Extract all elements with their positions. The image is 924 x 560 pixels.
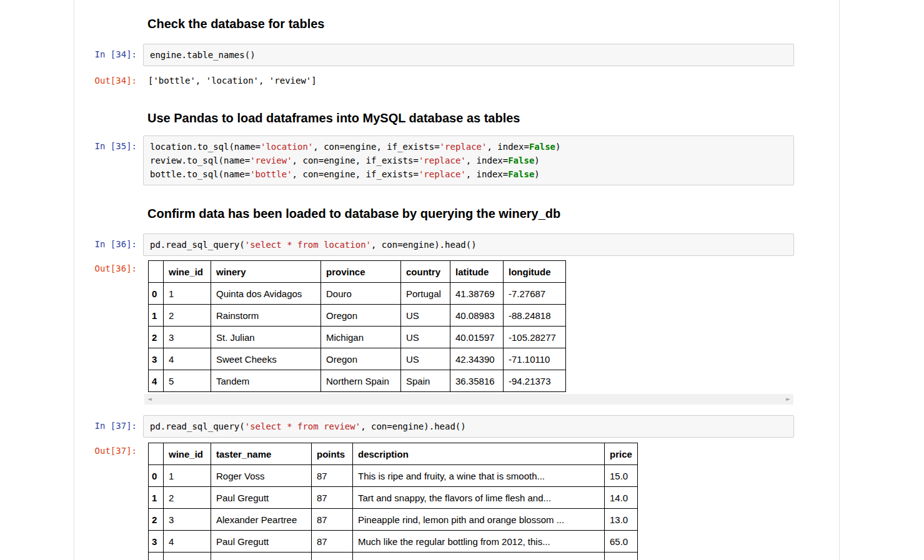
- notebook-container: Check the database for tables In [34]: e…: [74, 0, 840, 560]
- table-cell: Douro: [321, 283, 401, 305]
- table-cell: 3: [164, 509, 211, 531]
- table-cell: Tandem: [211, 370, 321, 392]
- code-line: pd.read_sql_query('select * from review'…: [150, 420, 787, 433]
- table-header-row: wine_id winery province country latitude…: [149, 261, 566, 283]
- code-text: , index=: [466, 155, 508, 165]
- table-header-cell: description: [353, 443, 605, 465]
- code-line: review.to_sql(name='review', con=engine,…: [150, 154, 787, 167]
- table-cell: -7.27687: [504, 283, 566, 305]
- output-prompt-36: Out[36]:: [74, 260, 143, 275]
- code-cell-35: In [35]: location.to_sql(name='location'…: [74, 135, 839, 185]
- table-row: 0 1 Quinta dos Avidagos Douro Portugal 4…: [149, 283, 566, 305]
- table-cell: 15.0: [605, 465, 638, 487]
- code-text: ): [534, 169, 539, 179]
- code-input-35[interactable]: location.to_sql(name='location', con=eng…: [143, 135, 794, 185]
- code-text: location.to_sql(name=: [150, 142, 261, 152]
- code-line: location.to_sql(name='location', con=eng…: [150, 140, 787, 154]
- table-header-cell: points: [312, 443, 353, 465]
- code-cell-37: In [37]: pd.read_sql_query('select * fro…: [74, 415, 839, 438]
- code-keyword: False: [508, 169, 534, 179]
- table-cell: Rainstorm: [211, 305, 321, 327]
- table-cell: 4: [164, 531, 211, 553]
- row-index: 4: [149, 370, 164, 392]
- code-text: , con=engine, if_exists=: [292, 155, 419, 165]
- table-cell: US: [401, 327, 450, 348]
- table-cell: 1: [164, 283, 211, 305]
- code-text: pd.read_sql_query(: [150, 240, 245, 250]
- output-text-34: ['bottle', 'location', 'review']: [148, 72, 317, 87]
- table-cell: Quinta dos Avidagos: [211, 283, 321, 305]
- table-header-cell: latitude: [450, 261, 504, 283]
- table-header-cell: [149, 261, 164, 283]
- table-cell: 3: [164, 327, 211, 348]
- table-cell: 4: [164, 348, 211, 370]
- scroll-left-icon[interactable]: ◄: [147, 394, 152, 405]
- input-prompt-36: In [36]:: [74, 233, 143, 250]
- output-cell-34: Out[34]: ['bottle', 'location', 'review'…: [74, 72, 839, 87]
- table-cell: Oregon: [321, 305, 401, 327]
- table-cell: 1: [164, 465, 211, 487]
- table-cell: 87: [312, 465, 353, 487]
- code-input-36[interactable]: pd.read_sql_query('select * from locatio…: [143, 233, 794, 256]
- output-cell-37: Out[37]: wine_id taster_name points desc…: [74, 443, 839, 560]
- table-header-cell: longitude: [504, 261, 566, 283]
- table-cell: Roger Voss: [211, 465, 312, 487]
- row-index: 2: [149, 327, 164, 348]
- heading-check-database: Check the database for tables: [147, 17, 839, 31]
- dataframe-table-location: wine_id winery province country latitude…: [148, 260, 566, 392]
- input-prompt-35: In [35]:: [74, 135, 143, 152]
- table-header-cell: wine_id: [164, 443, 211, 465]
- code-string: 'review': [250, 155, 292, 165]
- code-text: bottle.to_sql(name=: [150, 169, 250, 179]
- input-prompt-34: In [34]:: [74, 44, 143, 61]
- table-cell: Paul Gregutt: [211, 531, 312, 553]
- row-index: [149, 553, 164, 560]
- code-string: 'location': [261, 142, 313, 152]
- table-row: 2 3 St. Julian Michigan US 40.01597 -105…: [149, 327, 566, 348]
- table-header-cell: price: [605, 443, 638, 465]
- table-cell: [605, 553, 638, 560]
- row-index: 0: [149, 465, 164, 487]
- code-input-37[interactable]: pd.read_sql_query('select * from review'…: [143, 415, 794, 438]
- table-cell: 40.01597: [450, 327, 504, 348]
- table-cell: Alexander Peartree: [211, 509, 312, 531]
- input-prompt-37: In [37]:: [74, 415, 143, 432]
- code-text: , con=engine, if_exists=: [313, 142, 439, 152]
- table-row: 1 2 Rainstorm Oregon US 40.08983 -88.248…: [149, 305, 566, 327]
- row-index: 1: [149, 487, 164, 509]
- code-input-34[interactable]: engine.table_names(): [143, 44, 794, 66]
- table-cell: Spain: [401, 370, 450, 392]
- table-header-row: wine_id taster_name points description p…: [149, 443, 638, 465]
- row-index: 2: [149, 509, 164, 531]
- heading-use-pandas: Use Pandas to load dataframes into MySQL…: [147, 112, 839, 125]
- table-cell: Sweet Cheeks: [211, 348, 321, 370]
- table-cell: 2: [164, 487, 211, 509]
- table-cell: Portugal: [401, 283, 450, 305]
- code-text: , con=engine).head(): [371, 240, 477, 250]
- table-cell: 14.0: [605, 487, 638, 509]
- table-cell: 41.38769: [450, 283, 504, 305]
- table-cell: Much like the regular bottling from 2012…: [353, 531, 605, 553]
- code-text: engine.table_names(): [150, 50, 256, 60]
- output-prompt-34: Out[34]:: [74, 72, 143, 87]
- table-cell: 87: [312, 487, 353, 509]
- scroll-right-icon[interactable]: ►: [786, 394, 790, 405]
- table-cell: -94.21373: [504, 370, 566, 392]
- table-cell: St. Julian: [211, 327, 321, 348]
- table-cell: -88.24818: [504, 305, 566, 327]
- table-cell: 42.34390: [450, 348, 504, 370]
- row-index: 3: [149, 531, 164, 553]
- table-header-cell: province: [321, 261, 401, 283]
- code-keyword: False: [529, 142, 555, 152]
- table-header-cell: taster_name: [211, 443, 312, 465]
- dataframe-table-review: wine_id taster_name points description p…: [148, 443, 638, 560]
- heading-confirm-data: Confirm data has been loaded to database…: [147, 207, 839, 220]
- horizontal-scrollbar[interactable]: ◄ ►: [144, 394, 793, 405]
- table-cell: Pineapple rind, lemon pith and orange bl…: [353, 509, 605, 531]
- table-cell: Tart and snappy, the flavors of lime fle…: [353, 487, 605, 509]
- table-cell: US: [401, 348, 450, 370]
- code-text: review.to_sql(name=: [150, 155, 250, 165]
- table-cell: 87: [312, 509, 353, 531]
- code-line: pd.read_sql_query('select * from locatio…: [150, 238, 787, 252]
- table-cell: [312, 553, 353, 560]
